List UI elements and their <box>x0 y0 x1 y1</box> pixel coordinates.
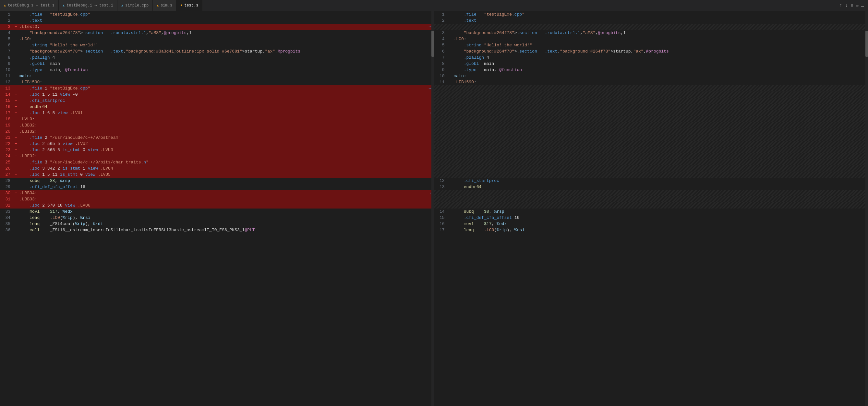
table-row: 7 "background:#264f78">.section .text."b… <box>0 48 431 55</box>
diff-marker <box>448 184 453 190</box>
table-row <box>434 190 866 196</box>
diff-marker: − <box>13 128 18 134</box>
diff-marker <box>13 184 18 190</box>
diff-marker: − <box>13 159 18 165</box>
line-number: 7 <box>0 48 13 55</box>
line-code: .LC0: <box>453 36 866 42</box>
tab-tab2[interactable]: ▲testDebug.i ↔ test.i <box>59 0 117 11</box>
diff-marker <box>448 36 453 42</box>
diff-marker <box>448 79 453 85</box>
line-code: .text <box>453 18 866 24</box>
diff-marker <box>448 24 453 30</box>
table-row: 36 call _ZSt16__ostream_insertIcSt11char… <box>0 227 431 233</box>
line-number: 14 <box>434 209 448 215</box>
line-number: 32 <box>0 202 13 209</box>
table-row: 3−.Ltext0:→ <box>0 24 431 30</box>
diff-marker <box>448 153 453 159</box>
line-number: 23 <box>0 147 13 153</box>
diff-marker <box>13 30 18 36</box>
table-row <box>434 196 866 202</box>
diff-marker <box>448 221 453 227</box>
line-code: .string "Hello! the world!" <box>18 42 431 48</box>
diff-marker <box>448 159 453 165</box>
diff-marker: − <box>13 24 18 30</box>
tab-tab5[interactable]: ▲test.s <box>177 0 203 11</box>
diff-marker <box>448 48 453 55</box>
line-number: 31 <box>0 196 13 202</box>
line-code: .loc 2 565 5 view .LVU2 <box>18 141 431 147</box>
table-row: 4 .LC0: <box>434 36 866 42</box>
diff-marker <box>448 42 453 48</box>
table-row: 25− .file 3 "/usr/include/c++/9/bits/cha… <box>0 159 431 165</box>
line-code: .cfi_startproc <box>18 98 431 104</box>
line-number: 20 <box>0 128 13 134</box>
table-row: 10 main: <box>434 73 866 79</box>
line-number: 16 <box>0 104 13 110</box>
line-number: 25 <box>0 159 13 165</box>
line-code: .LBE32: <box>18 153 431 159</box>
split-view-icon[interactable]: ⊞ <box>851 3 854 8</box>
line-code: "background:#264f78">.section .text."bac… <box>18 48 431 55</box>
line-code: endbr64 <box>18 104 431 110</box>
line-number: 28 <box>0 178 13 184</box>
right-code-area[interactable]: 1 .file "testBigExe.cpp"2 .text 3 "backg… <box>434 11 866 406</box>
left-code-area[interactable]: 1 .file "testBigExe.cpp"2 .text3−.Ltext0… <box>0 11 431 406</box>
line-number: 15 <box>434 215 448 221</box>
table-row: 15− .cfi_startproc <box>0 98 431 104</box>
table-row: 30−.LBB34:→ <box>0 190 431 196</box>
table-row <box>434 202 866 209</box>
table-row: 12 .cfi_startproc <box>434 178 866 184</box>
diff-marker <box>13 55 18 61</box>
diff-marker <box>13 227 18 233</box>
single-view-icon[interactable]: ▭ <box>856 3 859 8</box>
table-row: 29 .cfi_def_cfa_offset 16 <box>0 184 431 190</box>
toolbar-right: ↑ ↓ ⊞ ▭ … <box>839 3 868 8</box>
line-code: main: <box>453 73 866 79</box>
diff-marker <box>448 91 453 98</box>
tab-tab3[interactable]: ▲simple.cpp <box>117 0 153 11</box>
diff-marker <box>448 202 453 209</box>
table-row <box>434 116 866 122</box>
line-code: .LVL0: <box>18 116 431 122</box>
tab-icon-tab4: ▲ <box>157 4 159 7</box>
diff-marker <box>448 11 453 18</box>
tab-tab1[interactable]: ▲testDebug.s ↔ test.s <box>0 0 59 11</box>
diff-marker <box>448 178 453 184</box>
line-number: 29 <box>0 184 13 190</box>
down-arrow-icon[interactable]: ↓ <box>845 3 848 8</box>
line-number: 8 <box>434 61 448 67</box>
diff-marker: − <box>13 98 18 104</box>
diff-marker <box>13 61 18 67</box>
table-row <box>434 24 866 30</box>
line-number: 21 <box>0 134 13 141</box>
line-number: 4 <box>0 30 13 36</box>
table-row: 15 .cfi_def_cfa_offset 16 <box>434 215 866 221</box>
diff-marker: − <box>13 104 18 110</box>
right-scrollbar[interactable] <box>865 11 868 406</box>
diff-marker <box>448 85 453 91</box>
diff-arrow-icon: → <box>429 24 431 30</box>
up-arrow-icon[interactable]: ↑ <box>839 3 843 8</box>
line-code: .type main, @function <box>453 67 866 73</box>
line-number: 1 <box>0 11 13 18</box>
table-row: 13− .file 1 "testBigExe.cpp"→ <box>0 85 431 91</box>
left-scrollbar[interactable] <box>431 11 434 406</box>
more-icon[interactable]: … <box>861 3 864 8</box>
table-row: 14− .loc 1 5 11 view -0 <box>0 91 431 98</box>
tab-icon-tab2: ▲ <box>63 4 65 7</box>
tab-icon-tab5: ▲ <box>180 4 182 7</box>
table-row <box>434 85 866 91</box>
table-row: 6 "background:#264f78">.section .text."b… <box>434 48 866 55</box>
diff-marker <box>13 209 18 215</box>
line-number: 27 <box>0 171 13 178</box>
table-row <box>434 128 866 134</box>
line-code: .LFB1590: <box>453 79 866 85</box>
line-number: 18 <box>0 116 13 122</box>
diff-marker <box>448 110 453 116</box>
diff-marker <box>448 55 453 61</box>
tab-tab4[interactable]: ▲sim.s <box>153 0 177 11</box>
line-number: 5 <box>434 42 448 48</box>
diff-marker <box>448 18 453 24</box>
diff-marker: − <box>13 202 18 209</box>
line-number: 16 <box>434 221 448 227</box>
